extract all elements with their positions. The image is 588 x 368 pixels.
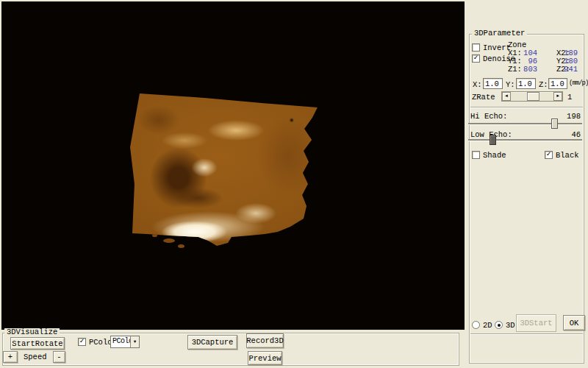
- app-window: { "icons": { "check": "✓", "scroll_left"…: [0, 0, 588, 368]
- radio-selected-dot: [498, 324, 501, 327]
- shade-checkbox[interactable]: [472, 151, 480, 159]
- visualize-group-title: 3DVisualize: [4, 328, 60, 336]
- ultrasound-volume-render[interactable]: [125, 85, 323, 254]
- mode-3d-radio[interactable]: [495, 321, 503, 329]
- ultrasound-fragment: [178, 244, 184, 248]
- low-echo-slider-track[interactable]: [468, 139, 582, 141]
- ultrasound-fragment: [152, 234, 157, 237]
- mode-2d-radio[interactable]: [472, 321, 480, 329]
- low-echo-slider-thumb[interactable]: [490, 135, 496, 145]
- render-viewport[interactable]: [1, 1, 465, 330]
- shade-label: Shade: [483, 151, 506, 160]
- black-label: Black: [556, 151, 579, 160]
- scale-x-input[interactable]: [483, 78, 503, 89]
- dropdown-arrow-icon[interactable]: ▼: [130, 336, 139, 347]
- pcolor-dropdown-value: PColor: [111, 336, 130, 347]
- invert-label: Invert: [483, 43, 511, 52]
- scroll-right-icon[interactable]: ►: [553, 92, 562, 101]
- parameter-panel: 3DParameter Invert ✓ Denoise Zone X1: 10…: [465, 0, 588, 368]
- scale-z-input[interactable]: [548, 78, 567, 89]
- separator: [470, 333, 583, 335]
- start3d-button[interactable]: 3DStart: [516, 314, 556, 332]
- speed-minus-button[interactable]: -: [53, 351, 65, 363]
- zrate-scrollbar[interactable]: ◄ ►: [501, 91, 563, 102]
- record3d-button[interactable]: Record3D: [246, 333, 284, 348]
- zrate-value: 1: [567, 93, 572, 102]
- scale-y-input[interactable]: [516, 78, 536, 89]
- parameter-group-title: 3DParameter: [472, 29, 527, 38]
- check-icon: ✓: [546, 151, 551, 158]
- denoise-checkbox[interactable]: ✓: [472, 54, 480, 63]
- check-icon: ✓: [79, 338, 84, 344]
- speed-label: Speed: [24, 353, 47, 361]
- hi-echo-value: 198: [563, 112, 581, 121]
- separator: [470, 107, 583, 108]
- visualize-bar: 3DVisualize StartRotate + Speed - ✓ PCol…: [0, 330, 465, 368]
- mode-3d-label: 3D: [506, 321, 515, 330]
- check-icon: ✓: [473, 54, 478, 61]
- hi-echo-slider-track[interactable]: [468, 123, 582, 124]
- black-checkbox[interactable]: ✓: [545, 151, 553, 159]
- low-echo-value: 46: [563, 130, 581, 139]
- hi-echo-slider-thumb[interactable]: [551, 118, 558, 129]
- hi-echo-label: Hi Echo:: [470, 112, 507, 121]
- mode-2d-label: 2D: [483, 321, 492, 330]
- scale-x-label: X:: [473, 80, 482, 89]
- start-rotate-button[interactable]: StartRotate: [10, 337, 65, 350]
- scale-z-label: Z:: [539, 80, 548, 89]
- pcolor-checkbox[interactable]: ✓: [78, 338, 86, 346]
- speed-plus-button[interactable]: +: [3, 351, 18, 363]
- zrate-scroll-thumb[interactable]: [527, 92, 539, 101]
- ultrasound-fragment: [163, 238, 175, 243]
- zone-z1-value: 803: [520, 65, 537, 74]
- preview-button[interactable]: Preview: [248, 351, 282, 365]
- scale-y-label: Y:: [506, 80, 515, 89]
- zone-z2-value: 941: [562, 65, 578, 74]
- invert-checkbox[interactable]: [472, 43, 480, 52]
- zrate-label: ZRate: [472, 93, 495, 102]
- scale-unit-label: (mm/p): [569, 79, 588, 87]
- capture3d-button[interactable]: 3DCapture: [187, 335, 237, 350]
- scroll-left-icon[interactable]: ◄: [502, 92, 511, 101]
- ok-button[interactable]: OK: [563, 315, 585, 330]
- pcolor-dropdown[interactable]: PColor ▼: [110, 336, 140, 348]
